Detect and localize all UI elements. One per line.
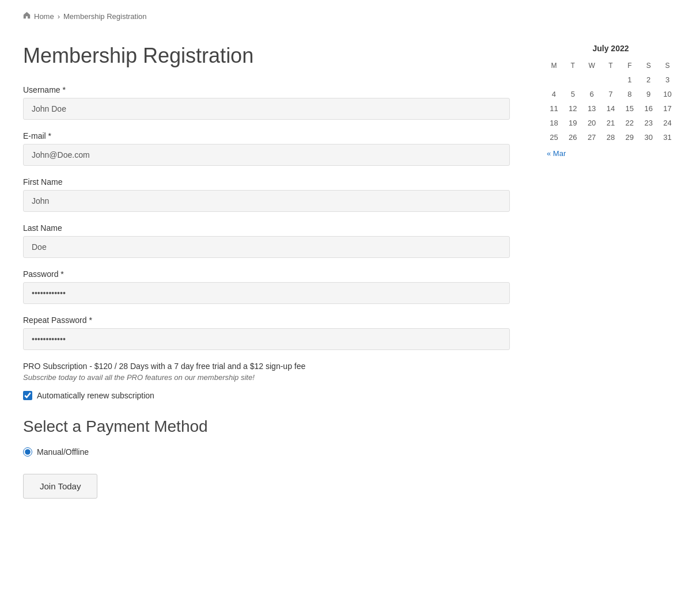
payment-method-radio[interactable] [23, 447, 32, 457]
username-input[interactable] [23, 98, 510, 120]
repeat-password-label: Repeat Password * [23, 315, 510, 325]
calendar-header: T [601, 59, 620, 73]
calendar-day[interactable]: 28 [601, 130, 620, 145]
calendar-day[interactable]: 31 [658, 130, 677, 145]
calendar-day[interactable]: 2 [639, 73, 658, 87]
calendar-day[interactable]: 8 [620, 87, 639, 101]
payment-method-label[interactable]: Manual/Offline [37, 447, 89, 457]
calendar-day [544, 73, 563, 87]
calendar-day[interactable]: 27 [582, 130, 601, 145]
calendar-day[interactable]: 11 [544, 101, 563, 116]
subscription-title: PRO Subscription - $120 / 28 Days with a… [23, 362, 510, 371]
password-group: Password * [23, 269, 510, 304]
home-icon [23, 12, 31, 21]
calendar-header: S [639, 59, 658, 73]
calendar-day [582, 73, 601, 87]
calendar-header: S [658, 59, 677, 73]
calendar-title: July 2022 [544, 44, 677, 53]
breadcrumb-home-link[interactable]: Home [34, 12, 54, 21]
email-group: E-mail * [23, 131, 510, 166]
breadcrumb-separator: › [58, 12, 60, 21]
email-label: E-mail * [23, 131, 510, 140]
payment-method-group: Manual/Offline [23, 447, 510, 457]
calendar-day[interactable]: 29 [620, 130, 639, 145]
calendar-day[interactable]: 14 [601, 101, 620, 116]
calendar-day[interactable]: 25 [544, 130, 563, 145]
form-section: Membership Registration Username * E-mai… [23, 44, 510, 499]
auto-renew-label[interactable]: Automatically renew subscription [37, 391, 154, 400]
calendar-day[interactable]: 26 [563, 130, 582, 145]
last-name-input[interactable] [23, 236, 510, 258]
auto-renew-checkbox[interactable] [23, 391, 32, 400]
first-name-label: First Name [23, 177, 510, 187]
calendar-header: W [582, 59, 601, 73]
first-name-input[interactable] [23, 190, 510, 212]
calendar-header: T [563, 59, 582, 73]
calendar-day[interactable]: 9 [639, 87, 658, 101]
calendar-header: F [620, 59, 639, 73]
calendar-day[interactable]: 5 [563, 87, 582, 101]
auto-renew-group: Automatically renew subscription [23, 391, 510, 400]
payment-section-title: Select a Payment Method [23, 417, 510, 436]
calendar-day[interactable]: 6 [582, 87, 601, 101]
calendar-day[interactable]: 20 [582, 116, 601, 130]
breadcrumb: Home › Membership Registration [23, 12, 677, 21]
calendar-prev-link[interactable]: « Mar [547, 149, 566, 158]
calendar-day [601, 73, 620, 87]
repeat-password-input[interactable] [23, 328, 510, 350]
calendar-day[interactable]: 24 [658, 116, 677, 130]
last-name-label: Last Name [23, 223, 510, 233]
username-label: Username * [23, 85, 510, 94]
sidebar: July 2022 MTWTFSS 1234567891011121314151… [544, 44, 677, 162]
calendar-day[interactable]: 19 [563, 116, 582, 130]
calendar-day[interactable]: 3 [658, 73, 677, 87]
calendar-day[interactable]: 15 [620, 101, 639, 116]
page-title: Membership Registration [23, 44, 510, 68]
breadcrumb-current: Membership Registration [63, 12, 147, 21]
calendar-day[interactable]: 10 [658, 87, 677, 101]
subscription-info: PRO Subscription - $120 / 28 Days with a… [23, 362, 510, 382]
password-label: Password * [23, 269, 510, 279]
calendar-day[interactable]: 17 [658, 101, 677, 116]
email-input[interactable] [23, 144, 510, 166]
join-today-button[interactable]: Join Today [23, 474, 97, 499]
calendar-day[interactable]: 12 [563, 101, 582, 116]
calendar: July 2022 MTWTFSS 1234567891011121314151… [544, 44, 677, 162]
password-input[interactable] [23, 282, 510, 304]
calendar-day[interactable]: 7 [601, 87, 620, 101]
calendar-day[interactable]: 18 [544, 116, 563, 130]
calendar-day [563, 73, 582, 87]
calendar-day[interactable]: 4 [544, 87, 563, 101]
calendar-day[interactable]: 23 [639, 116, 658, 130]
calendar-day[interactable]: 30 [639, 130, 658, 145]
calendar-day[interactable]: 13 [582, 101, 601, 116]
calendar-day[interactable]: 21 [601, 116, 620, 130]
calendar-day[interactable]: 22 [620, 116, 639, 130]
last-name-group: Last Name [23, 223, 510, 258]
calendar-header: M [544, 59, 563, 73]
subscription-description: Subscribe today to avail all the PRO fea… [23, 373, 510, 382]
calendar-day[interactable]: 1 [620, 73, 639, 87]
calendar-day[interactable]: 16 [639, 101, 658, 116]
username-group: Username * [23, 85, 510, 120]
first-name-group: First Name [23, 177, 510, 212]
repeat-password-group: Repeat Password * [23, 315, 510, 350]
